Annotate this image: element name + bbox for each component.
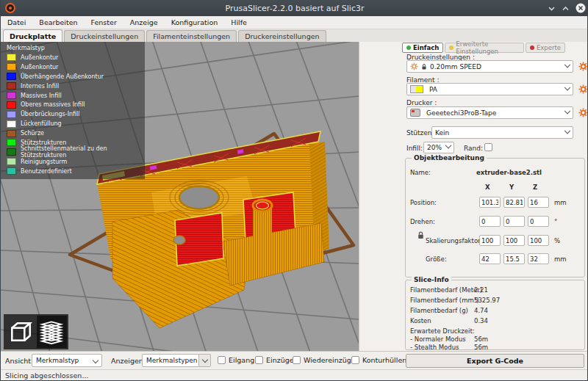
mode-einfach-button[interactable]: Einfach	[402, 43, 443, 53]
chevron-down-icon	[201, 356, 207, 362]
position-z-input[interactable]	[528, 197, 549, 208]
filament-color-swatch	[416, 85, 423, 93]
tab-druckplatte[interactable]: Druckplatte	[3, 29, 62, 42]
maximize-icon[interactable]	[562, 4, 570, 12]
menu-anzeige[interactable]: Anzeige	[123, 16, 165, 29]
scale-z-input[interactable]	[528, 235, 549, 246]
3d-view-button[interactable]	[6, 316, 36, 348]
edit-printer-gear-icon[interactable]	[578, 108, 588, 117]
color-swatch	[7, 82, 16, 90]
retractions-checkbox[interactable]	[255, 356, 263, 364]
scale-lock-icon[interactable]	[416, 231, 426, 240]
print-settings-select[interactable]: 0.20mm SPEED	[406, 60, 573, 73]
legend-item: Schnittstellenmaterial zu den Stützstruk…	[7, 148, 145, 157]
brim-checkbox[interactable]	[484, 143, 492, 151]
filament-meter-value: 2.21	[474, 286, 488, 294]
filament-meter-label: Filamentbedarf (Meter)	[410, 286, 482, 294]
legend-item: Überhängende Außenkontur	[7, 72, 145, 81]
legend-item: Oberes massives Infill	[7, 100, 145, 109]
rotate-y-input[interactable]	[503, 216, 525, 227]
view-select[interactable]: Merkmalstyp	[32, 354, 102, 367]
supports-select[interactable]: Kein	[431, 126, 573, 139]
tab-filamenteinstellungen[interactable]: Filamenteinstellungen	[146, 30, 237, 42]
color-swatch	[7, 54, 16, 61]
menu-datei[interactable]: Datei	[1, 16, 32, 29]
chevron-down-icon	[564, 107, 570, 113]
color-swatch	[7, 92, 16, 99]
slice-info-panel: Slice-Info Filamentbedarf (Meter) 2.21 F…	[405, 280, 585, 350]
cost-value: 0.34	[474, 317, 488, 324]
export-gcode-button[interactable]: Export G-Code	[406, 354, 584, 368]
color-swatch	[7, 139, 16, 146]
travel-checkbox-item[interactable]: Eilgang	[218, 356, 254, 364]
rotate-label: Drehen:	[410, 218, 435, 225]
infill-label: Infill:	[406, 145, 423, 152]
show-combo-input[interactable]: Merkmalstypen	[142, 354, 199, 367]
size-z-input[interactable]	[528, 253, 549, 264]
stealth-mode-value: 56m	[474, 344, 488, 351]
normal-mode-label: - Normaler Modus	[410, 335, 466, 343]
shells-checkbox[interactable]	[351, 356, 359, 364]
menu-bearbeiten[interactable]: Bearbeiten	[32, 16, 84, 29]
printer-select[interactable]: Geeetechi3ProB-Tape	[406, 106, 573, 119]
close-icon[interactable]	[576, 3, 586, 13]
mode-erweiterte-button[interactable]: Erweiterte Einstellungen	[445, 43, 524, 53]
color-swatch	[7, 120, 16, 128]
scale-x-input[interactable]	[479, 235, 501, 246]
color-swatch	[7, 63, 16, 70]
axis-y-header: Y	[509, 184, 514, 191]
legend-item: Massives Infill	[7, 91, 145, 101]
color-swatch	[7, 167, 16, 175]
app-logo-icon	[5, 3, 15, 13]
travel-checkbox[interactable]	[218, 356, 226, 364]
filament-select[interactable]: PA	[406, 83, 573, 95]
legend-item: Lückenfüllung	[7, 119, 145, 128]
stealth-mode-label: - Stealth Modus	[410, 344, 459, 351]
app-window: PrusaSlicer-2.2.0 basiert auf Slic3r Dat…	[0, 0, 588, 381]
scale-unit: %	[554, 237, 560, 244]
axis-z-header: Z	[533, 184, 537, 191]
position-label: Position:	[410, 199, 437, 206]
tab-druckereinstellungen[interactable]: Druckereinstellungen	[238, 30, 326, 42]
menu-bar: Datei Bearbeiten Fenster Anzeige Konfigu…	[1, 16, 588, 29]
rotate-x-input[interactable]	[479, 216, 501, 227]
menu-fenster[interactable]: Fenster	[85, 16, 123, 29]
title-bar[interactable]: PrusaSlicer-2.2.0 basiert auf Slic3r	[1, 0, 588, 16]
retractions-checkbox-item[interactable]: Einzüge	[255, 356, 294, 364]
color-swatch	[7, 158, 16, 165]
object-manipulation-panel: Objektbearbeitung Name: extruder-base2.s…	[405, 158, 585, 277]
slice-info-title: Slice-Info	[412, 276, 451, 283]
show-combo-dropdown-button[interactable]	[199, 354, 211, 367]
unretractions-checkbox[interactable]	[293, 356, 301, 364]
tab-druckeinstellungen[interactable]: Druckeinstellungen	[64, 30, 145, 42]
edit-filament-gear-icon[interactable]	[578, 84, 588, 94]
view-label: Ansicht	[5, 357, 31, 365]
color-swatch	[7, 148, 16, 156]
filament-swatch-left	[410, 85, 416, 93]
position-y-input[interactable]	[503, 197, 525, 208]
edit-print-settings-gear-icon[interactable]	[578, 62, 588, 71]
size-x-input[interactable]	[479, 253, 501, 264]
color-swatch	[7, 111, 16, 118]
cube-icon	[8, 319, 33, 344]
lock-icon	[420, 63, 428, 70]
menu-hilfe[interactable]: Hilfe	[224, 16, 254, 29]
infill-select[interactable]: 20%	[423, 142, 454, 153]
color-swatch	[7, 101, 16, 109]
size-y-input[interactable]	[503, 253, 525, 264]
position-x-input[interactable]	[479, 197, 501, 208]
chevron-down-icon	[445, 142, 451, 148]
shells-checkbox-item[interactable]: Konturhüllen	[351, 356, 406, 364]
menu-konfiguration[interactable]: Konfiguration	[165, 16, 225, 29]
mode-experte-button[interactable]: Experte	[526, 43, 565, 53]
printer-icon	[410, 109, 420, 117]
layers-view-button[interactable]	[37, 316, 67, 348]
scale-y-input[interactable]	[503, 235, 525, 246]
filament-g-label: Filamentbedarf (g)	[410, 307, 468, 314]
normal-mode-value: 56m	[474, 335, 488, 343]
3d-viewport[interactable]: Merkmalstyp Außenkontur Außenkontur Über…	[1, 42, 359, 351]
minimize-icon[interactable]	[548, 4, 556, 12]
chevron-down-icon	[564, 61, 570, 67]
unretractions-checkbox-item[interactable]: Wiedereinzüge	[293, 356, 356, 364]
rotate-z-input[interactable]	[528, 216, 549, 227]
